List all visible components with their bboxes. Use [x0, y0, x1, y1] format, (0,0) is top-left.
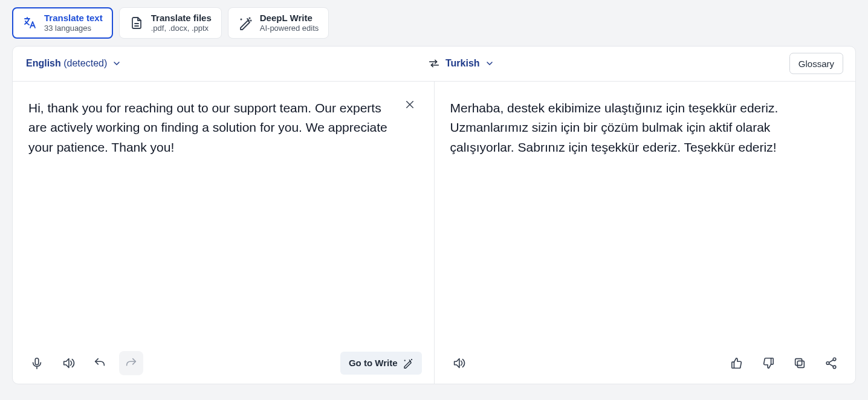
- chevron-down-icon: [112, 59, 121, 68]
- target-toolbar: [447, 351, 844, 375]
- redo-button: [119, 351, 143, 375]
- detected-label: (detected): [63, 58, 107, 68]
- tab-deepl-write[interactable]: DeepL Write AI-powered edits: [228, 7, 329, 39]
- target-text-output[interactable]: Merhaba, destek ekibimize ulaştığınız iç…: [450, 98, 837, 158]
- swap-languages-button[interactable]: [426, 55, 442, 72]
- svg-point-4: [241, 19, 241, 19]
- glossary-label: Glossary: [798, 59, 834, 69]
- svg-point-10: [411, 359, 412, 360]
- tab-translate-text[interactable]: Translate text 33 languages: [12, 7, 113, 39]
- svg-point-2: [249, 18, 250, 18]
- glossary-button[interactable]: Glossary: [789, 53, 843, 74]
- clear-source-button[interactable]: [403, 97, 417, 112]
- thumbs-up-button[interactable]: [725, 351, 749, 375]
- thumbs-down-button[interactable]: [756, 351, 780, 375]
- listen-source-button[interactable]: [56, 351, 80, 375]
- tab-subtitle: .pdf, .docx, .pptx: [151, 24, 212, 33]
- svg-point-11: [404, 360, 405, 361]
- svg-marker-9: [64, 358, 69, 367]
- source-pane: Hi, thank you for reaching out to our su…: [13, 82, 435, 384]
- svg-rect-14: [795, 358, 802, 365]
- translator-panel: English (detected) Turkish: [12, 46, 856, 384]
- undo-button[interactable]: [88, 351, 112, 375]
- tab-title: Translate text: [44, 13, 103, 24]
- tab-title: Translate files: [151, 13, 212, 24]
- file-icon: [129, 16, 144, 30]
- text-panes: Hi, thank you for reaching out to our su…: [13, 82, 855, 384]
- target-language-label: Turkish: [445, 58, 480, 69]
- magic-edit-icon: [238, 16, 253, 30]
- magic-edit-icon: [403, 358, 413, 369]
- mode-tabs: Translate text 33 languages Translate fi…: [0, 0, 868, 46]
- source-toolbar: Go to Write: [25, 351, 422, 375]
- svg-marker-12: [454, 358, 459, 367]
- language-bar: English (detected) Turkish: [13, 47, 855, 82]
- go-to-write-label: Go to Write: [349, 358, 398, 368]
- svg-rect-7: [35, 358, 39, 364]
- translate-icon: [22, 16, 37, 30]
- target-pane: Merhaba, destek ekibimize ulaştığınız iç…: [435, 82, 856, 384]
- share-button[interactable]: [819, 351, 843, 375]
- source-language-selector[interactable]: English (detected): [26, 58, 121, 69]
- go-to-write-button[interactable]: Go to Write: [340, 352, 422, 375]
- dictate-button[interactable]: [25, 351, 49, 375]
- tab-title: DeepL Write: [260, 13, 319, 24]
- listen-target-button[interactable]: [447, 351, 471, 375]
- svg-rect-13: [797, 361, 804, 367]
- source-text-input[interactable]: Hi, thank you for reaching out to our su…: [28, 98, 415, 158]
- svg-line-18: [829, 360, 834, 362]
- tab-subtitle: 33 languages: [44, 24, 103, 33]
- chevron-down-icon: [485, 59, 494, 68]
- target-language-selector[interactable]: Turkish: [445, 58, 494, 69]
- svg-line-19: [829, 364, 834, 366]
- copy-button[interactable]: [788, 351, 812, 375]
- tab-subtitle: AI-powered edits: [260, 24, 319, 33]
- svg-point-3: [250, 20, 251, 21]
- tab-translate-files[interactable]: Translate files .pdf, .docx, .pptx: [119, 7, 222, 39]
- source-language-label: English: [26, 58, 61, 68]
